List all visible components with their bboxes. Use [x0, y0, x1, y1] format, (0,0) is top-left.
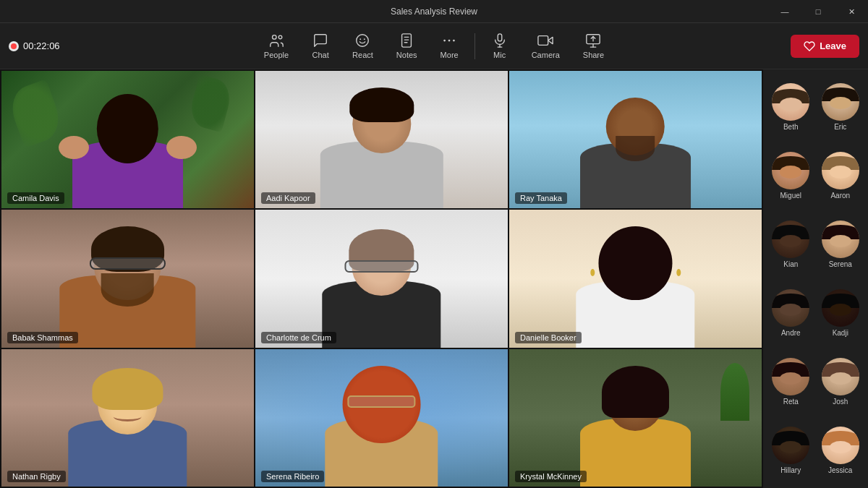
charlotte-figure [255, 210, 508, 347]
recording-dot-inner [11, 43, 17, 49]
sidebar-participant-josh[interactable]: Josh [816, 348, 866, 416]
tile-charlotte[interactable]: Charlotte de Crum [255, 210, 508, 347]
window-controls: — □ ✕ [768, 0, 868, 23]
sidebar-participant-aaron[interactable]: Aaron [816, 141, 866, 210]
svg-point-1 [278, 35, 282, 39]
nathan-name: Nathan Rigby [7, 471, 66, 482]
tile-camila[interactable]: Camila Davis [1, 71, 254, 208]
leave-label: Leave [820, 40, 846, 51]
avatar-serena-s [822, 221, 859, 258]
tile-krystal[interactable]: Krystal McKinney [509, 349, 762, 487]
ray-figure [509, 71, 762, 208]
sidebar-participant-serena-s[interactable]: Serena [816, 210, 866, 278]
chat-icon [312, 33, 328, 48]
notes-label: Notes [396, 51, 417, 59]
babak-name: Babak Shammas [7, 332, 78, 343]
more-icon [441, 33, 457, 48]
avatar-miguel [772, 152, 809, 189]
svg-rect-12 [498, 34, 502, 41]
more-button[interactable]: More [430, 28, 469, 64]
kian-label: Kian [783, 260, 798, 268]
ray-name: Ray Tanaka [515, 192, 567, 204]
avatar-aaron [822, 152, 859, 189]
avatar-jessica [822, 427, 859, 464]
window-title: Sales Analysis Review [391, 7, 477, 17]
tile-nathan[interactable]: Nathan Rigby [1, 349, 254, 487]
recording-dot [9, 41, 19, 51]
sidebar-participant-reta[interactable]: Reta [766, 348, 816, 416]
camera-label: Camera [532, 51, 560, 59]
danielle-figure [509, 210, 762, 347]
tile-serena-r[interactable]: Serena Ribeiro [255, 349, 508, 487]
reta-label: Reta [783, 398, 799, 406]
tile-danielle[interactable]: Danielle Booker [509, 210, 762, 347]
eric-label: Eric [834, 123, 846, 131]
leave-button[interactable]: Leave [791, 35, 859, 58]
andre-label: Andre [781, 329, 801, 337]
camila-figure [1, 71, 254, 208]
kadji-label: Kadji [833, 329, 848, 337]
sidebar-participant-jessica[interactable]: Jessica [816, 416, 866, 485]
tile-babak[interactable]: Babak Shammas [1, 210, 254, 347]
svg-rect-5 [402, 34, 412, 47]
mic-label: Mic [493, 51, 506, 59]
maximize-button[interactable]: □ [801, 0, 835, 23]
sidebar-participant-miguel[interactable]: Miguel [766, 141, 816, 210]
serena-r-name: Serena Ribeiro [261, 471, 324, 482]
title-bar: Sales Analysis Review — □ ✕ [0, 0, 868, 23]
danielle-name: Danielle Booker [515, 332, 582, 343]
camila-name: Camila Davis [7, 192, 64, 204]
tile-aadi[interactable]: Aadi Kapoor [255, 71, 508, 208]
tile-ray[interactable]: Ray Tanaka [509, 71, 762, 208]
more-label: More [441, 51, 459, 59]
notes-button[interactable]: Notes [386, 28, 427, 64]
sidebar-participant-hillary[interactable]: Hillary [766, 416, 816, 485]
svg-point-4 [364, 38, 365, 40]
sidebar-participant-kadji[interactable]: Kadji [816, 278, 866, 347]
recording-indicator: 00:22:06 [9, 40, 221, 51]
share-button[interactable]: Share [573, 28, 614, 64]
camera-button[interactable]: Camera [522, 28, 570, 64]
video-grid: Camila Davis Aadi Kapoor [0, 69, 763, 488]
svg-point-10 [448, 40, 451, 42]
mic-button[interactable]: Mic [481, 28, 519, 64]
toolbar-right: Leave [647, 35, 859, 58]
sidebar-participant-beth[interactable]: Beth [766, 72, 816, 141]
sidebar-participant-eric[interactable]: Eric [816, 72, 866, 141]
sidebar-participant-andre[interactable]: Andre [766, 278, 816, 347]
react-button[interactable]: React [342, 28, 383, 64]
svg-point-3 [360, 38, 362, 40]
minimize-button[interactable]: — [768, 0, 801, 23]
toolbar-divider [475, 33, 475, 59]
chat-button[interactable]: Chat [302, 28, 339, 64]
serena-r-figure [255, 349, 508, 487]
people-icon [268, 33, 284, 48]
react-icon [354, 33, 370, 48]
svg-point-9 [443, 40, 446, 42]
main-content: Camila Davis Aadi Kapoor [0, 69, 868, 488]
react-label: React [352, 51, 373, 59]
miguel-label: Miguel [780, 192, 801, 200]
notes-icon [399, 33, 414, 48]
svg-point-0 [272, 35, 276, 40]
avatar-beth [772, 83, 809, 121]
camera-icon [537, 33, 553, 48]
avatar-hillary [772, 427, 809, 464]
avatar-kadji [822, 289, 859, 327]
serena-s-label: Serena [829, 260, 852, 268]
krystal-name: Krystal McKinney [515, 471, 587, 482]
svg-point-2 [357, 35, 369, 47]
charlotte-name: Charlotte de Crum [261, 332, 336, 343]
svg-marker-15 [548, 37, 553, 43]
toolbar: 00:22:06 People Chat [0, 23, 868, 69]
avatar-reta [772, 358, 809, 395]
phone-icon [804, 40, 815, 52]
aadi-figure [255, 71, 508, 208]
people-button[interactable]: People [254, 28, 299, 64]
close-button[interactable]: ✕ [835, 0, 868, 23]
sidebar-participant-kian[interactable]: Kian [766, 210, 816, 278]
share-label: Share [583, 51, 604, 59]
aaron-label: Aaron [830, 192, 850, 200]
avatar-kian [772, 221, 809, 258]
chat-label: Chat [312, 51, 328, 59]
